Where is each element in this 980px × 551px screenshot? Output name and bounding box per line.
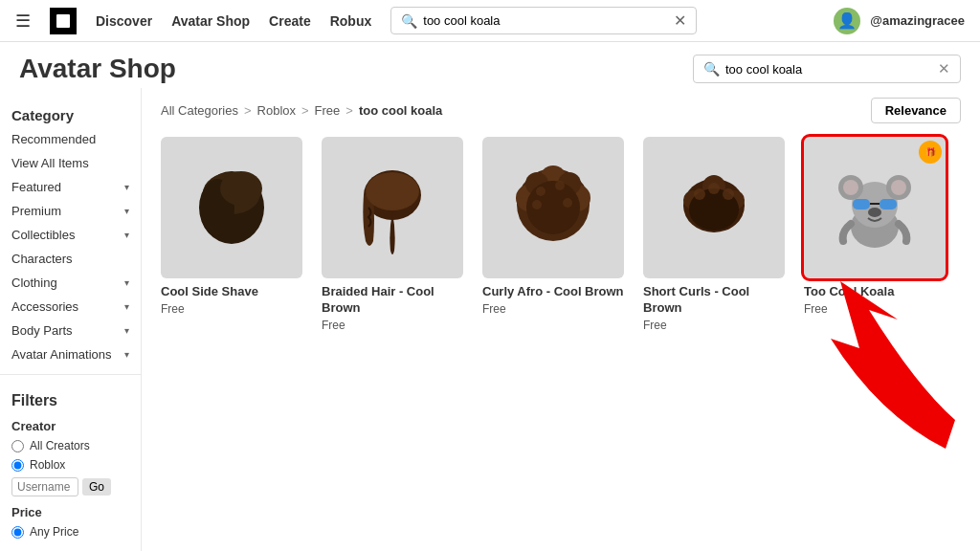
sidebar-item-featured[interactable]: Featured ▾ <box>0 175 141 199</box>
item-card-3[interactable]: Short Curls - Cool Brown Free <box>643 137 785 332</box>
item-price-1: Free <box>322 319 463 332</box>
premium-chevron-icon: ▾ <box>124 206 129 216</box>
page-search-icon: 🔍 <box>703 61 720 77</box>
sidebar-item-collectibles[interactable]: Collectibles ▾ <box>0 223 141 247</box>
main-content: All Categories > Roblox > Free > too coo… <box>142 88 980 551</box>
item-price-0: Free <box>161 302 302 316</box>
svg-rect-0 <box>56 14 70 28</box>
go-button[interactable]: Go <box>82 478 111 496</box>
accessories-chevron-icon: ▾ <box>124 301 129 312</box>
nav-avatar-shop[interactable]: Avatar Shop <box>171 13 250 29</box>
nav-search-icon: 🔍 <box>401 13 417 29</box>
svg-point-16 <box>563 198 572 208</box>
svg-point-14 <box>536 187 546 196</box>
item-card-4[interactable]: 🎁 <box>804 137 946 316</box>
breadcrumb: All Categories > Roblox > Free > too coo… <box>161 103 442 118</box>
sidebar: Category Recommended View All Items Feat… <box>0 88 142 551</box>
item-thumb-4: 🎁 <box>804 137 946 278</box>
roblox-logo <box>50 8 77 34</box>
filter-any-price[interactable]: Any Price <box>0 522 141 541</box>
username-input-row: Go <box>0 474 141 499</box>
item-title-0: Cool Side Shave <box>161 284 302 300</box>
svg-point-25 <box>708 183 720 194</box>
nav-links: Discover Avatar Shop Create Robux <box>96 13 371 29</box>
sidebar-item-view-all[interactable]: View All Items <box>0 151 141 175</box>
sidebar-item-clothing[interactable]: Clothing ▾ <box>0 271 141 295</box>
nav-search-clear-icon[interactable]: ✕ <box>674 11 686 30</box>
svg-rect-32 <box>853 199 870 209</box>
koala-badge: 🎁 <box>919 141 942 164</box>
price-label: Price <box>0 499 141 522</box>
page-search-clear-icon[interactable]: ✕ <box>938 60 950 77</box>
hamburger-icon[interactable]: ☰ <box>15 11 31 32</box>
item-thumb-0 <box>161 137 302 278</box>
page: Avatar Shop 🔍 ✕ Category Recommended Vie… <box>0 42 980 551</box>
breadcrumb-sep2: > <box>301 103 309 118</box>
page-search-input[interactable] <box>725 62 932 77</box>
svg-point-6 <box>366 172 419 210</box>
item-title-2: Curly Afro - Cool Brown <box>482 284 624 300</box>
breadcrumb-all-categories[interactable]: All Categories <box>161 103 238 118</box>
item-price-2: Free <box>482 302 624 316</box>
avatar-animations-chevron-icon: ▾ <box>124 349 129 360</box>
nav-username: @amazingracee <box>870 13 965 28</box>
nav-create[interactable]: Create <box>269 13 311 29</box>
svg-point-17 <box>532 200 542 209</box>
item-thumb-1 <box>322 137 463 278</box>
sidebar-divider <box>0 374 141 375</box>
svg-point-4 <box>220 171 262 206</box>
sidebar-item-avatar-animations[interactable]: Avatar Animations ▾ <box>0 342 141 366</box>
item-title-3: Short Curls - Cool Brown <box>643 284 785 317</box>
top-nav: ☰ Discover Avatar Shop Create Robux 🔍 ✕ … <box>0 0 980 42</box>
nav-search-input[interactable] <box>423 13 668 28</box>
item-thumb-2 <box>482 137 624 278</box>
nav-robux[interactable]: Robux <box>330 13 372 29</box>
nav-discover[interactable]: Discover <box>96 13 152 29</box>
body-parts-chevron-icon: ▾ <box>124 325 129 336</box>
sidebar-item-accessories[interactable]: Accessories ▾ <box>0 295 141 319</box>
item-price-4: Free <box>804 302 946 316</box>
svg-point-29 <box>843 180 858 195</box>
nav-search-bar[interactable]: 🔍 ✕ <box>390 7 697 34</box>
page-search-bar[interactable]: 🔍 ✕ <box>693 55 961 83</box>
sidebar-item-characters[interactable]: Characters <box>0 247 141 271</box>
item-thumb-3 <box>643 137 785 278</box>
sidebar-item-body-parts[interactable]: Body Parts ▾ <box>0 319 141 342</box>
svg-point-31 <box>891 180 906 195</box>
collectibles-chevron-icon: ▾ <box>124 230 129 240</box>
svg-point-24 <box>723 188 734 200</box>
avatar: 👤 <box>834 8 860 34</box>
username-input[interactable] <box>11 477 78 496</box>
page-title: Avatar Shop <box>19 54 176 84</box>
filter-all-creators[interactable]: All Creators <box>0 436 141 455</box>
item-card-2[interactable]: Curly Afro - Cool Brown Free <box>482 137 624 332</box>
breadcrumb-free[interactable]: Free <box>315 103 341 118</box>
svg-rect-33 <box>880 199 897 209</box>
breadcrumb-sep1: > <box>244 103 252 118</box>
nav-right: 👤 @amazingracee <box>834 8 965 34</box>
sort-button[interactable]: Relevance <box>871 98 961 123</box>
page-body: Category Recommended View All Items Feat… <box>0 88 980 551</box>
filter-roblox[interactable]: Roblox <box>0 455 141 474</box>
category-title: Category <box>0 98 141 127</box>
sidebar-item-recommended[interactable]: Recommended <box>0 127 141 151</box>
items-grid: Cool Side Shave Free <box>161 137 961 332</box>
clothing-chevron-icon: ▾ <box>124 277 129 288</box>
item-card-0[interactable]: Cool Side Shave Free <box>161 137 302 332</box>
item-title-1: Braided Hair - Cool Brown <box>322 284 463 317</box>
item-card-wrapper-4: 🎁 <box>804 137 946 332</box>
sidebar-item-premium[interactable]: Premium ▾ <box>0 199 141 223</box>
item-title-4: Too Cool Koala <box>804 284 946 300</box>
svg-point-35 <box>868 208 881 217</box>
svg-point-15 <box>555 181 565 190</box>
item-price-3: Free <box>643 319 785 332</box>
featured-chevron-icon: ▾ <box>124 182 129 192</box>
filters-title: Filters <box>0 383 141 413</box>
item-card-1[interactable]: Braided Hair - Cool Brown Free <box>322 137 463 332</box>
content-top-bar: All Categories > Roblox > Free > too coo… <box>161 98 961 123</box>
creator-label: Creator <box>0 413 141 436</box>
svg-point-23 <box>694 188 705 200</box>
breadcrumb-current: too cool koala <box>359 103 442 118</box>
breadcrumb-roblox[interactable]: Roblox <box>257 103 296 118</box>
page-header-row: Avatar Shop 🔍 ✕ <box>0 42 980 88</box>
